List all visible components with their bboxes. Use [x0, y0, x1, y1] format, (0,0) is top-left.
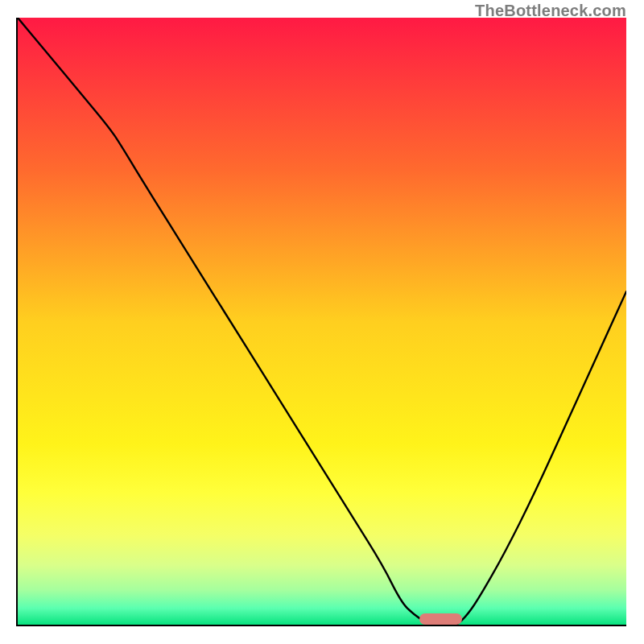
axis-x	[18, 625, 626, 626]
axis-y	[16, 18, 18, 626]
bottleneck-curve	[18, 18, 626, 626]
plot-area	[18, 18, 626, 626]
chart-wrap: TheBottleneck.com	[0, 0, 644, 644]
optimal-zone-marker	[419, 613, 462, 625]
curve-svg	[18, 18, 626, 626]
